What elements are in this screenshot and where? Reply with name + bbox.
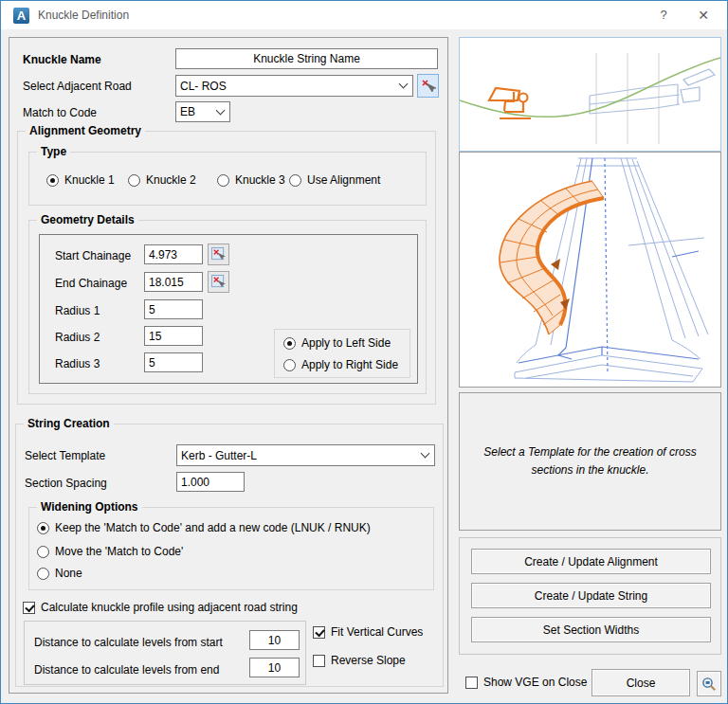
radius-1-input[interactable]: 5 [144, 299, 203, 319]
template-hint-text: Select a Template for the creation of cr… [477, 443, 703, 479]
radio-knuckle-3[interactable]: Knuckle 3 [217, 173, 285, 187]
section-spacing-input[interactable]: 1.000 [176, 472, 245, 492]
checkbox-label: Fit Vertical Curves [331, 625, 423, 639]
distance-end-label: Distance to calculate levels from end [34, 663, 219, 677]
distance-start-input[interactable]: 10 [249, 630, 300, 650]
geometry-details-panel: Start Chainage 4.973 End Chainage 18.015 [39, 234, 418, 384]
string-creation-group: String Creation Select Template Kerb - G… [15, 424, 444, 687]
geometry-details-title: Geometry Details [37, 213, 138, 226]
end-chainage-input[interactable]: 18.015 [144, 272, 203, 292]
show-vge-checkbox[interactable]: Show VGE on Close [465, 676, 587, 689]
window-title: Knuckle Definition [38, 9, 129, 22]
title-bar: A Knuckle Definition ? ✕ [1, 1, 727, 29]
pick-road-button[interactable] [417, 74, 439, 98]
widening-options-title: Widening Options [37, 500, 142, 514]
radius-3-input[interactable]: 5 [144, 352, 203, 372]
type-group-title: Type [37, 145, 70, 158]
type-group: Type Knuckle 1 Knuckle 2 Knuckle 3 Use A… [28, 152, 427, 206]
radio-label: Keep the 'Match to Code' and add a new c… [55, 521, 371, 534]
radio-icon [289, 174, 301, 187]
knuckle-3d-preview-graphic [460, 153, 720, 387]
create-update-string-button[interactable]: Create / Update String [471, 583, 711, 608]
string-creation-title: String Creation [24, 417, 114, 430]
alignment-geometry-group: Alignment Geometry Type Knuckle 1 Knuckl… [17, 131, 436, 405]
select-template-label: Select Template [25, 449, 105, 462]
profile-preview [459, 37, 721, 152]
close-window-button[interactable]: ✕ [689, 5, 718, 26]
knuckle-name-input[interactable]: Knuckle String Name [175, 48, 438, 69]
radio-icon [283, 337, 296, 350]
radio-icon [283, 359, 296, 371]
select-template-value: Kerb - Gutter-L [181, 449, 418, 462]
adjacent-road-value: CL- ROS [180, 80, 396, 93]
alignment-geometry-title: Alignment Geometry [26, 124, 145, 137]
reverse-slope-checkbox[interactable]: Reverse Slope [313, 654, 406, 667]
set-section-widths-button[interactable]: Set Section Widths [471, 617, 711, 642]
radio-icon [46, 174, 59, 187]
pick-from-drawing-icon [421, 79, 436, 94]
end-chainage-label: End Chainage [55, 277, 127, 290]
radio-knuckle-1[interactable]: Knuckle 1 [46, 173, 115, 187]
radio-label: Apply to Left Side [301, 336, 391, 350]
knuckle-band [500, 181, 604, 334]
start-chainage-input[interactable]: 4.973 [144, 244, 203, 264]
radio-label: Move the 'Match to Code' [55, 545, 183, 558]
pick-start-chainage-button[interactable] [208, 244, 229, 265]
radio-icon [128, 174, 140, 187]
radius-3-label: Radius 3 [55, 357, 100, 370]
radio-label: Knuckle 2 [146, 173, 196, 187]
zoom-button[interactable] [697, 671, 721, 696]
chevron-down-icon [399, 80, 409, 89]
create-update-alignment-button[interactable]: Create / Update Alignment [471, 549, 711, 574]
checkbox-label: Show VGE on Close [483, 676, 587, 689]
match-to-code-value: EB [180, 105, 213, 118]
form-container: Knuckle Name Knuckle String Name Select … [9, 37, 448, 694]
checkbox-label: Calculate knuckle profile using adjacent… [41, 601, 298, 614]
pick-end-chainage-button[interactable] [208, 271, 229, 293]
calculate-profile-checkbox[interactable]: Calculate knuckle profile using adjacent… [23, 601, 298, 614]
radius-1-label: Radius 1 [55, 304, 100, 317]
widening-options-group: Widening Options Keep the 'Match to Code… [28, 507, 434, 590]
radio-icon [37, 568, 49, 580]
radio-apply-right-side[interactable]: Apply to Right Side [283, 358, 398, 371]
profile-preview-graphic [460, 38, 720, 151]
distance-panel: Distance to calculate levels from start … [24, 621, 306, 685]
radio-apply-left-side[interactable]: Apply to Left Side [283, 336, 391, 350]
radio-use-alignment[interactable]: Use Alignment [289, 173, 380, 187]
start-chainage-label: Start Chainage [55, 249, 131, 262]
radius-2-input[interactable]: 15 [144, 326, 203, 346]
actions-panel: Create / Update Alignment Create / Updat… [459, 537, 721, 655]
radio-icon [37, 522, 49, 534]
radio-label: Knuckle 3 [235, 173, 285, 187]
help-button[interactable]: ? [649, 5, 678, 26]
close-button[interactable]: Close [592, 669, 690, 696]
distance-end-input[interactable]: 10 [249, 658, 300, 677]
radio-icon [217, 174, 229, 187]
apply-side-panel: Apply to Left Side Apply to Right Side [274, 329, 410, 378]
checkbox-icon [313, 655, 325, 667]
radio-label: Apply to Right Side [301, 358, 398, 371]
radio-icon [37, 546, 49, 558]
knuckle-name-label: Knuckle Name [23, 53, 101, 66]
select-template-select[interactable]: Kerb - Gutter-L [176, 444, 435, 466]
distance-start-label: Distance to calculate levels from start [34, 636, 223, 649]
radio-move-match-to-code[interactable]: Move the 'Match to Code' [37, 545, 183, 558]
adjacent-road-select[interactable]: CL- ROS [175, 75, 413, 97]
chevron-down-icon [216, 105, 226, 115]
radio-knuckle-2[interactable]: Knuckle 2 [128, 173, 196, 187]
chevron-down-icon [421, 449, 430, 459]
radio-widening-none[interactable]: None [37, 567, 82, 580]
checkbox-label: Reverse Slope [331, 654, 406, 667]
radio-label: None [55, 567, 82, 580]
section-spacing-label: Section Spacing [25, 477, 107, 490]
checkbox-icon [313, 626, 325, 639]
match-to-code-select[interactable]: EB [175, 101, 230, 122]
radio-keep-match-to-code[interactable]: Keep the 'Match to Code' and add a new c… [37, 521, 371, 534]
app-logo-icon: A [13, 8, 29, 24]
checkbox-icon [23, 602, 35, 614]
radio-label: Use Alignment [307, 173, 380, 187]
magnifier-icon [701, 677, 717, 692]
template-hint-box: Select a Template for the creation of cr… [459, 392, 721, 531]
knuckle-3d-preview [459, 152, 721, 388]
fit-vertical-curves-checkbox[interactable]: Fit Vertical Curves [313, 625, 423, 639]
